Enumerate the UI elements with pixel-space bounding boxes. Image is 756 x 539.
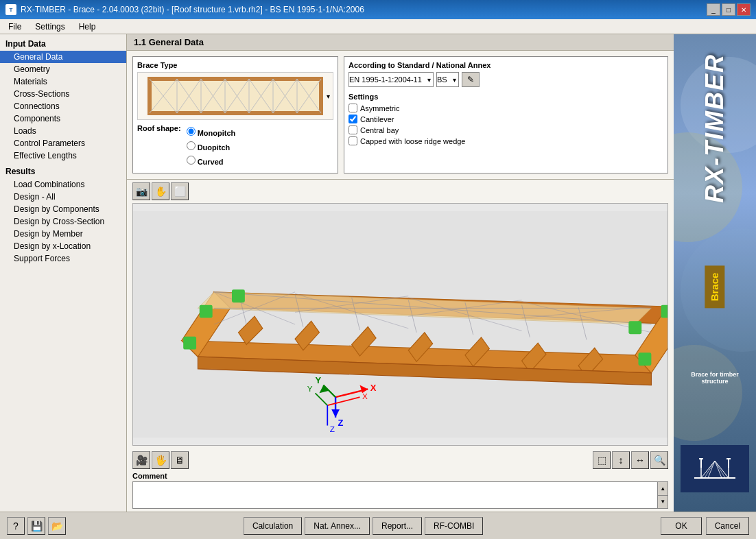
- save-button[interactable]: 💾: [27, 517, 45, 535]
- svg-text:X: X: [370, 383, 377, 393]
- sidebar-item-effective-lengths[interactable]: Effective Lengths: [0, 149, 126, 162]
- close-button[interactable]: ✕: [737, 3, 751, 16]
- sidebar-item-load-combinations[interactable]: Load Combinations: [0, 178, 126, 191]
- view-preset2-button[interactable]: ↕: [612, 451, 630, 469]
- svg-rect-0: [150, 79, 321, 113]
- brace-type-panel: Brace Type: [132, 56, 338, 173]
- cantilever-checkbox[interactable]: [349, 115, 357, 123]
- report-button[interactable]: Report...: [373, 517, 422, 535]
- comment-scroll-down[interactable]: ▼: [658, 496, 668, 509]
- comment-scroll-up[interactable]: ▲: [658, 482, 668, 496]
- input-section-header: Input Data: [0, 37, 126, 51]
- view-preset1-button[interactable]: ⬚: [593, 451, 611, 469]
- comment-section: Comment ▲ ▼: [127, 472, 674, 512]
- sidebar-item-design-cross-section[interactable]: Design by Cross-Section: [0, 215, 126, 228]
- calculation-button[interactable]: Calculation: [244, 517, 302, 535]
- title-bar: T RX-TIMBER - Brace - 2.04.0003 (32bit) …: [0, 0, 756, 19]
- view-screen-button[interactable]: 🖥: [171, 451, 189, 469]
- roof-shape-group: Monopitch Duopitch Curved: [187, 127, 236, 169]
- view-camera-button[interactable]: 🎥: [132, 451, 150, 469]
- comment-input[interactable]: [132, 481, 658, 509]
- rf-combi-button[interactable]: RF-COMBI: [425, 517, 483, 535]
- roof-shape-label: Roof shape:: [137, 124, 181, 132]
- na-select[interactable]: BS: [436, 72, 459, 87]
- open-button[interactable]: 📂: [48, 517, 66, 535]
- settings-header: Settings: [349, 93, 663, 101]
- minimize-button[interactable]: _: [707, 3, 720, 16]
- sidebar-item-support-forces[interactable]: Support Forces: [0, 252, 126, 265]
- radio-monopitch[interactable]: Monopitch: [187, 127, 236, 137]
- svg-rect-54: [661, 305, 668, 318]
- results-section-header: Results: [0, 165, 126, 178]
- svg-rect-78: [687, 451, 742, 485]
- brace-type-label: Brace Type: [137, 61, 333, 69]
- panel-header: 1.1 General Data: [127, 34, 674, 51]
- sidebar-item-loads[interactable]: Loads: [0, 125, 126, 137]
- svg-rect-57: [183, 337, 196, 350]
- camera-button[interactable]: 📷: [132, 182, 150, 200]
- structure-3d: X Y Z X Y Z: [133, 204, 668, 445]
- form-area: Brace Type: [127, 51, 674, 180]
- brand-logo: [681, 445, 750, 492]
- sidebar-item-design-xlocation[interactable]: Design by x-Location: [0, 240, 126, 252]
- svg-text:Z: Z: [338, 418, 344, 428]
- sidebar-item-design-member[interactable]: Design by Member: [0, 228, 126, 240]
- cancel-button[interactable]: Cancel: [706, 517, 749, 535]
- menu-settings[interactable]: Settings: [29, 21, 70, 33]
- svg-rect-55: [639, 352, 652, 366]
- sidebar-item-materials[interactable]: Materials: [0, 75, 126, 88]
- standard-label: According to Standard / National Annex: [349, 61, 663, 69]
- nat-annex-button[interactable]: Nat. Annex...: [305, 517, 370, 535]
- radio-curved[interactable]: Curved: [187, 156, 236, 166]
- content-area: 1.1 General Data Brace Type: [127, 34, 674, 512]
- sidebar-item-cross-sections[interactable]: Cross-Sections: [0, 88, 126, 100]
- na-select-wrapper[interactable]: BS: [436, 72, 459, 87]
- check-central-bay[interactable]: Central bay: [349, 125, 663, 134]
- central-bay-checkbox[interactable]: [349, 125, 357, 134]
- brace-preview[interactable]: ▾: [137, 72, 333, 120]
- standard-select[interactable]: EN 1995-1-1:2004-11: [349, 72, 434, 87]
- sidebar-item-components[interactable]: Components: [0, 112, 126, 125]
- bottom-left-buttons: ? 💾 📂: [7, 517, 66, 535]
- svg-text:Y: Y: [316, 375, 322, 385]
- bottom-center-buttons: Calculation Nat. Annex... Report... RF-C…: [244, 517, 483, 535]
- menu-file[interactable]: File: [3, 21, 27, 33]
- edit-standard-button[interactable]: ✎: [462, 72, 480, 87]
- capped-ridge-checkbox[interactable]: [349, 136, 357, 145]
- check-cantilever[interactable]: Cantilever: [349, 115, 663, 123]
- svg-rect-53: [628, 321, 641, 334]
- window-title: RX-TIMBER - Brace - 2.04.0003 (32bit) - …: [21, 5, 364, 14]
- radio-duopitch[interactable]: Duopitch: [187, 141, 236, 152]
- sidebar-item-general-data[interactable]: General Data: [0, 51, 126, 63]
- check-capped-ridge[interactable]: Capped with loose ridge wedge: [349, 136, 663, 145]
- help-button[interactable]: ?: [7, 517, 25, 535]
- sidebar-item-connections[interactable]: Connections: [0, 100, 126, 112]
- view-preset4-button[interactable]: 🔍: [650, 451, 668, 469]
- sidebar-item-design-all[interactable]: Design - All: [0, 191, 126, 203]
- pan-button[interactable]: ✋: [152, 182, 169, 200]
- view-hand-button[interactable]: 🖐: [152, 451, 169, 469]
- ok-button[interactable]: OK: [661, 517, 701, 535]
- standard-row: EN 1995-1-1:2004-11 BS ✎: [349, 72, 663, 87]
- edit-icon: ✎: [467, 75, 474, 84]
- sidebar-item-geometry[interactable]: Geometry: [0, 63, 126, 75]
- check-asymmetric[interactable]: Asymmetric: [349, 104, 663, 112]
- standard-select-wrapper[interactable]: EN 1995-1-1:2004-11: [349, 72, 434, 87]
- asymmetric-checkbox[interactable]: [349, 104, 357, 112]
- sidebar-item-design-components[interactable]: Design by Components: [0, 203, 126, 215]
- brand-rx-timber: RX-TIMBER: [700, 53, 729, 203]
- svg-text:X: X: [362, 392, 368, 401]
- sidebar-item-control-parameters[interactable]: Control Parameters: [0, 137, 126, 149]
- viewport-toolbar-top: 📷 ✋ ⬜: [127, 180, 674, 203]
- maximize-button[interactable]: □: [722, 3, 735, 16]
- main-area: Input Data General Data Geometry Materia…: [0, 34, 756, 512]
- view-preset3-button[interactable]: ↔: [631, 451, 649, 469]
- menu-help[interactable]: Help: [73, 21, 102, 33]
- brace-diagram: [146, 75, 324, 117]
- viewport[interactable]: X Y Z X Y Z: [132, 203, 668, 446]
- svg-rect-52: [232, 289, 245, 302]
- svg-text:Z: Z: [330, 424, 335, 434]
- fullscreen-button[interactable]: ⬜: [171, 182, 189, 200]
- brand-product-label: Brace: [705, 266, 724, 309]
- brand-logo-svg: [687, 451, 742, 485]
